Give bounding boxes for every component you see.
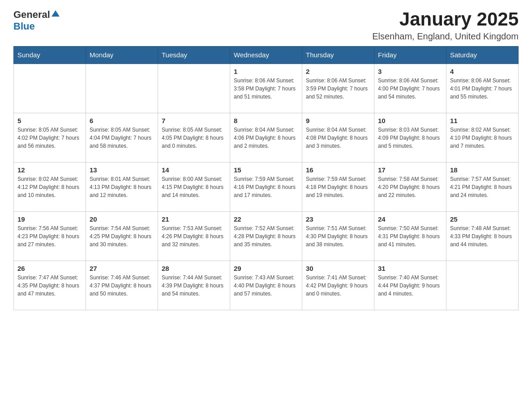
logo: General Blue [13, 9, 60, 32]
day-info: Sunrise: 8:03 AM Sunset: 4:09 PM Dayligh… [378, 126, 442, 150]
calendar-week-row: 19Sunrise: 7:56 AM Sunset: 4:23 PM Dayli… [14, 211, 519, 261]
calendar-table: SundayMondayTuesdayWednesdayThursdayFrid… [13, 46, 519, 310]
calendar-cell: 19Sunrise: 7:56 AM Sunset: 4:23 PM Dayli… [14, 211, 86, 261]
day-info: Sunrise: 8:02 AM Sunset: 4:12 PM Dayligh… [17, 175, 82, 199]
day-number: 3 [378, 68, 442, 75]
calendar-cell: 14Sunrise: 8:00 AM Sunset: 4:15 PM Dayli… [158, 162, 230, 211]
calendar-week-row: 5Sunrise: 8:05 AM Sunset: 4:02 PM Daylig… [14, 113, 519, 162]
day-number: 5 [17, 117, 82, 124]
day-number: 29 [234, 265, 298, 272]
logo-triangle-icon [51, 9, 60, 19]
calendar-cell: 2Sunrise: 8:06 AM Sunset: 3:59 PM Daylig… [302, 64, 374, 113]
day-number: 22 [234, 215, 298, 223]
calendar-cell: 29Sunrise: 7:43 AM Sunset: 4:40 PM Dayli… [230, 261, 302, 310]
day-number: 27 [90, 265, 154, 272]
calendar-header-tuesday: Tuesday [158, 47, 230, 64]
day-number: 15 [234, 166, 298, 174]
day-number: 9 [306, 117, 370, 124]
calendar-cell: 6Sunrise: 8:05 AM Sunset: 4:04 PM Daylig… [86, 113, 158, 162]
day-info: Sunrise: 7:41 AM Sunset: 4:42 PM Dayligh… [306, 274, 370, 298]
day-info: Sunrise: 7:46 AM Sunset: 4:37 PM Dayligh… [90, 274, 154, 298]
calendar-cell [446, 261, 519, 310]
day-number: 30 [306, 265, 370, 272]
calendar-cell: 27Sunrise: 7:46 AM Sunset: 4:37 PM Dayli… [86, 261, 158, 310]
day-info: Sunrise: 7:51 AM Sunset: 4:30 PM Dayligh… [306, 224, 370, 248]
page-title: January 2025 [372, 9, 519, 30]
calendar-cell: 16Sunrise: 7:59 AM Sunset: 4:18 PM Dayli… [302, 162, 374, 211]
day-info: Sunrise: 8:00 AM Sunset: 4:15 PM Dayligh… [162, 175, 226, 199]
calendar-header-friday: Friday [374, 47, 446, 64]
day-number: 2 [306, 68, 370, 75]
day-info: Sunrise: 8:01 AM Sunset: 4:13 PM Dayligh… [90, 175, 154, 199]
calendar-week-row: 12Sunrise: 8:02 AM Sunset: 4:12 PM Dayli… [14, 162, 519, 211]
day-info: Sunrise: 8:04 AM Sunset: 4:06 PM Dayligh… [234, 126, 298, 150]
day-info: Sunrise: 7:58 AM Sunset: 4:20 PM Dayligh… [378, 175, 442, 199]
calendar-cell: 1Sunrise: 8:06 AM Sunset: 3:58 PM Daylig… [230, 64, 302, 113]
day-number: 24 [378, 215, 442, 223]
day-number: 6 [90, 117, 154, 124]
day-number: 23 [306, 215, 370, 223]
day-info: Sunrise: 8:06 AM Sunset: 3:59 PM Dayligh… [306, 77, 370, 101]
svg-marker-0 [51, 10, 60, 17]
day-info: Sunrise: 8:04 AM Sunset: 4:08 PM Dayligh… [306, 126, 370, 150]
day-info: Sunrise: 7:52 AM Sunset: 4:28 PM Dayligh… [234, 224, 298, 248]
day-number: 16 [306, 166, 370, 174]
calendar-header-monday: Monday [86, 47, 158, 64]
calendar-cell: 24Sunrise: 7:50 AM Sunset: 4:31 PM Dayli… [374, 211, 446, 261]
day-number: 13 [90, 166, 154, 174]
day-number: 25 [450, 215, 515, 223]
day-info: Sunrise: 7:56 AM Sunset: 4:23 PM Dayligh… [17, 224, 82, 248]
calendar-header-row: SundayMondayTuesdayWednesdayThursdayFrid… [14, 47, 519, 64]
calendar-cell: 10Sunrise: 8:03 AM Sunset: 4:09 PM Dayli… [374, 113, 446, 162]
logo-blue-text: Blue [13, 21, 35, 32]
calendar-cell: 9Sunrise: 8:04 AM Sunset: 4:08 PM Daylig… [302, 113, 374, 162]
calendar-cell: 25Sunrise: 7:48 AM Sunset: 4:33 PM Dayli… [446, 211, 519, 261]
calendar-cell: 15Sunrise: 7:59 AM Sunset: 4:16 PM Dayli… [230, 162, 302, 211]
day-number: 10 [378, 117, 442, 124]
day-number: 14 [162, 166, 226, 174]
day-number: 12 [17, 166, 82, 174]
day-info: Sunrise: 8:05 AM Sunset: 4:05 PM Dayligh… [162, 126, 226, 150]
day-info: Sunrise: 7:59 AM Sunset: 4:16 PM Dayligh… [234, 175, 298, 199]
calendar-cell: 12Sunrise: 8:02 AM Sunset: 4:12 PM Dayli… [14, 162, 86, 211]
title-section: January 2025 Elsenham, England, United K… [372, 9, 519, 42]
calendar-cell [158, 64, 230, 113]
day-info: Sunrise: 7:47 AM Sunset: 4:35 PM Dayligh… [17, 274, 82, 298]
day-info: Sunrise: 7:44 AM Sunset: 4:39 PM Dayligh… [162, 274, 226, 298]
calendar-cell: 22Sunrise: 7:52 AM Sunset: 4:28 PM Dayli… [230, 211, 302, 261]
calendar-header-sunday: Sunday [14, 47, 86, 64]
day-number: 7 [162, 117, 226, 124]
day-info: Sunrise: 8:06 AM Sunset: 4:00 PM Dayligh… [378, 77, 442, 101]
calendar-cell: 31Sunrise: 7:40 AM Sunset: 4:44 PM Dayli… [374, 261, 446, 310]
calendar-cell: 3Sunrise: 8:06 AM Sunset: 4:00 PM Daylig… [374, 64, 446, 113]
logo-general-text: General [13, 9, 50, 21]
day-number: 26 [17, 265, 82, 272]
day-number: 18 [450, 166, 515, 174]
day-info: Sunrise: 7:54 AM Sunset: 4:25 PM Dayligh… [90, 224, 154, 248]
day-info: Sunrise: 8:06 AM Sunset: 3:58 PM Dayligh… [234, 77, 298, 101]
page-subtitle: Elsenham, England, United Kingdom [372, 31, 519, 42]
day-info: Sunrise: 8:02 AM Sunset: 4:10 PM Dayligh… [450, 126, 515, 150]
day-info: Sunrise: 8:06 AM Sunset: 4:01 PM Dayligh… [450, 77, 515, 101]
calendar-cell: 23Sunrise: 7:51 AM Sunset: 4:30 PM Dayli… [302, 211, 374, 261]
calendar-cell: 18Sunrise: 7:57 AM Sunset: 4:21 PM Dayli… [446, 162, 519, 211]
day-info: Sunrise: 7:43 AM Sunset: 4:40 PM Dayligh… [234, 274, 298, 298]
calendar-cell: 26Sunrise: 7:47 AM Sunset: 4:35 PM Dayli… [14, 261, 86, 310]
calendar-cell: 8Sunrise: 8:04 AM Sunset: 4:06 PM Daylig… [230, 113, 302, 162]
calendar-week-row: 26Sunrise: 7:47 AM Sunset: 4:35 PM Dayli… [14, 261, 519, 310]
calendar-header-wednesday: Wednesday [230, 47, 302, 64]
calendar-cell: 30Sunrise: 7:41 AM Sunset: 4:42 PM Dayli… [302, 261, 374, 310]
day-info: Sunrise: 7:59 AM Sunset: 4:18 PM Dayligh… [306, 175, 370, 199]
calendar-header-saturday: Saturday [446, 47, 519, 64]
day-info: Sunrise: 8:05 AM Sunset: 4:02 PM Dayligh… [17, 126, 82, 150]
calendar-cell [86, 64, 158, 113]
day-number: 8 [234, 117, 298, 124]
calendar-cell [14, 64, 86, 113]
day-number: 1 [234, 68, 298, 75]
calendar-cell: 17Sunrise: 7:58 AM Sunset: 4:20 PM Dayli… [374, 162, 446, 211]
day-number: 4 [450, 68, 515, 75]
calendar-cell: 21Sunrise: 7:53 AM Sunset: 4:26 PM Dayli… [158, 211, 230, 261]
calendar-cell: 13Sunrise: 8:01 AM Sunset: 4:13 PM Dayli… [86, 162, 158, 211]
calendar-cell: 5Sunrise: 8:05 AM Sunset: 4:02 PM Daylig… [14, 113, 86, 162]
day-info: Sunrise: 7:53 AM Sunset: 4:26 PM Dayligh… [162, 224, 226, 248]
